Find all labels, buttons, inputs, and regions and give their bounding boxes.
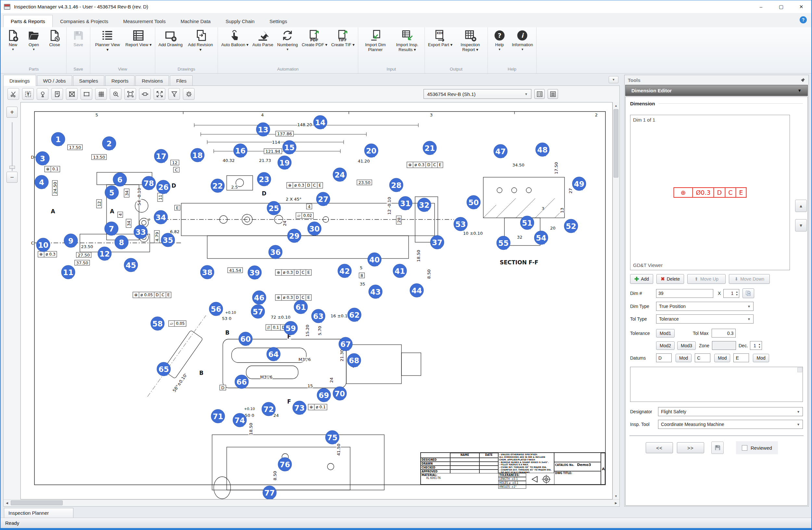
tab-drawings[interactable]: Drawings [3,75,36,86]
balloon-55[interactable]: 55 [497,236,511,250]
balloon-16[interactable]: 16 [233,144,247,158]
datum2-input[interactable]: C [695,353,710,362]
import-dim-planner-button[interactable]: Import Dim Planner [360,28,391,53]
balloon-65[interactable]: 65 [157,362,171,376]
balloon-64[interactable]: 64 [267,347,281,361]
tab-revisions[interactable]: Revisions [135,75,169,86]
viewer-collapse-button[interactable]: ▼ [609,76,619,83]
tol-type-select[interactable]: Tolerance▼ [656,315,754,323]
balloon-35[interactable]: 35 [161,233,175,247]
insp-tool-select[interactable]: Coordinate Measuring Machine▼ [658,420,803,429]
note-tool-button[interactable] [51,88,63,100]
dim-number-input[interactable]: 39 [656,289,713,298]
tab-files[interactable]: Files [170,75,193,86]
copy-dim-button[interactable] [742,289,754,298]
balloon-42[interactable]: 42 [338,264,352,278]
balloon-71[interactable]: 71 [211,409,225,423]
balloon-45[interactable]: 45 [124,258,138,272]
balloon-36[interactable]: 36 [269,245,282,259]
sheet-selector[interactable]: 4536754 Rev-B (Sh.1)▼ [423,89,531,99]
add-revision-button[interactable]: Add Revision ▾ [185,28,216,53]
datum1-mod-button[interactable]: Mod [676,354,692,362]
planner-view-button[interactable]: Planner View ▾ [92,28,123,53]
balloon-76[interactable]: 76 [278,458,292,472]
balloon-49[interactable]: 49 [572,177,586,191]
pan-tool-button[interactable] [139,88,151,100]
auto-balloon-button[interactable]: Auto Balloon ▾ [220,28,250,48]
balloon-69[interactable]: 69 [317,388,331,402]
balloon-61[interactable]: 61 [294,300,308,314]
balloon-26[interactable]: 26 [157,180,171,194]
noimg-tool-button[interactable] [66,88,78,100]
menu-tab-parts-reports[interactable]: Parts & Reports [3,15,53,27]
balloon-72[interactable]: 72 [262,402,276,416]
open-button[interactable]: Open▼ [24,28,44,52]
save-button[interactable]: Save [68,28,88,48]
collapse-ribbon-icon[interactable] [788,17,795,22]
balloon-68[interactable]: 68 [347,353,361,367]
balloon-74[interactable]: 74 [233,413,247,427]
balloon-40[interactable]: 40 [368,253,382,267]
balloon-50[interactable]: 50 [467,195,481,209]
balloon-22[interactable]: 22 [211,179,225,193]
menu-tab-measurement-tools[interactable]: Measurement Tools [116,15,173,27]
fit-tool-button[interactable] [125,88,136,100]
close-button[interactable]: Close [44,28,64,48]
dim-notes-textarea[interactable] [630,367,803,402]
report-view-button[interactable]: Report View ▾ [124,28,153,48]
drawing-canvas[interactable]: 1234567891011121314151617181920212223242… [20,102,612,499]
next-dim-button[interactable]: >> [677,442,704,453]
reviewed-checkbox[interactable] [742,445,748,451]
balloon-8[interactable]: 8 [115,235,129,249]
balloon-52[interactable]: 52 [564,219,578,233]
balloon-58[interactable]: 58 [151,317,165,331]
balloon-30[interactable]: 30 [308,222,321,236]
new-button[interactable]: New▼ [3,28,23,52]
dim-type-select[interactable]: True Position▼ [656,302,754,311]
balloon-3[interactable]: 3 [36,152,50,166]
balloon-28[interactable]: 28 [389,178,403,192]
create-pdf-button[interactable]: PDFCreate PDF ▾ [300,28,329,48]
tab-wo-jobs[interactable]: WO / Jobs [37,75,72,86]
balloon-25[interactable]: 25 [267,201,281,215]
balloon-78[interactable]: 78 [142,176,156,190]
balloon-63[interactable]: 63 [311,309,325,323]
scroll-up-arrow[interactable]: ▲ [613,102,619,109]
balloon-43[interactable]: 43 [369,285,382,299]
text-tool-button[interactable]: T [22,88,34,100]
datum3-mod-button[interactable]: Mod [753,354,769,362]
list-view-button[interactable] [548,89,558,99]
balloon-31[interactable]: 31 [398,196,412,210]
zoom-slider-track[interactable] [12,122,13,171]
balloon-57[interactable]: 57 [251,305,265,319]
vertical-scroll-thumb[interactable] [613,109,619,178]
help-icon[interactable]: ? [800,16,807,24]
thumbnail-view-button[interactable] [534,89,545,99]
balloon-21[interactable]: 21 [423,141,437,155]
balloon-11[interactable]: 11 [61,265,75,279]
add-button[interactable]: ✚Add [630,274,653,284]
scroll-down-arrow[interactable]: ▼ [613,493,619,499]
dec-stepper[interactable]: 1 ▲▼ [750,341,762,350]
balloon-46[interactable]: 46 [252,291,266,305]
balloon-15[interactable]: 15 [282,140,296,154]
gear-tool-button[interactable] [183,88,194,100]
export-part-button[interactable]: XDFExport Part ▾ [426,28,454,48]
balloon-73[interactable]: 73 [293,401,307,415]
balloon-24[interactable]: 24 [333,168,347,182]
tab-samples[interactable]: Samples [73,75,104,86]
designator-select[interactable]: Flight Safety▼ [658,407,803,416]
information-button[interactable]: iInformation▼ [510,28,535,52]
balloon-60[interactable]: 60 [239,332,253,346]
dimension-editor-header[interactable]: Dimension Editor ▼ [625,85,808,96]
balloon-32[interactable]: 32 [417,198,431,212]
prev-dim-chevron-button[interactable]: ▲ [795,200,807,212]
balloon-9[interactable]: 9 [64,234,78,248]
balloon-17[interactable]: 17 [154,149,168,163]
balloon-6[interactable]: 6 [113,173,127,187]
filter-tool-button[interactable] [168,88,180,100]
rect-tool-button[interactable] [81,88,92,100]
minimize-button[interactable]: – [751,0,771,13]
scroll-right-arrow[interactable]: ▶ [613,500,619,506]
balloon-67[interactable]: 67 [339,337,353,351]
